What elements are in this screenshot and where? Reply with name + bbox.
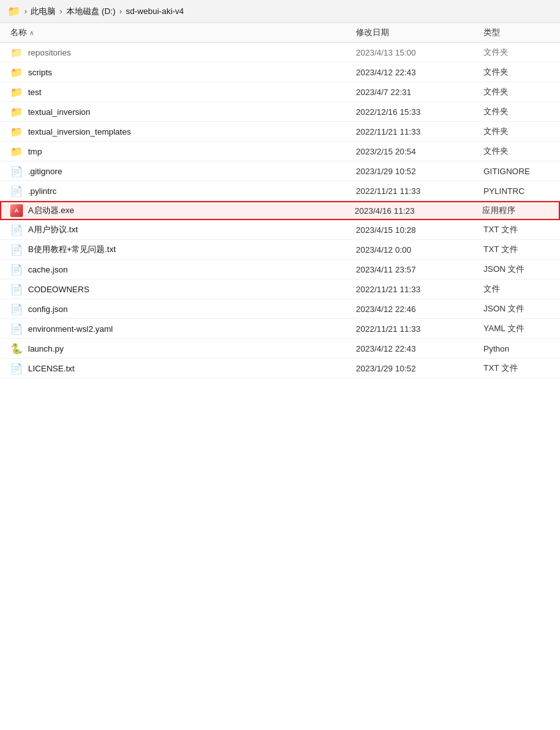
file-name-cell: 📄 LICENSE.txt	[10, 362, 356, 375]
file-name-cell: 📁 tmp	[10, 145, 356, 158]
table-row[interactable]: 📄 LICENSE.txt 2023/1/29 10:52 TXT 文件	[0, 359, 560, 378]
col-header-type[interactable]: 类型	[483, 27, 560, 38]
file-icon: 📄	[10, 184, 23, 197]
address-part-folder[interactable]: sd-webui-aki-v4	[126, 6, 184, 16]
table-row[interactable]: 📄 environment-wsl2.yaml 2022/11/21 11:33…	[0, 319, 560, 339]
table-row[interactable]: 📁 textual_inversion 2022/12/16 15:33 文件夹	[0, 102, 560, 122]
address-separator-2: ›	[59, 6, 62, 16]
folder-icon: 📁	[10, 86, 23, 98]
table-row[interactable]: 📄 config.json 2023/4/12 22:46 JSON 文件	[0, 299, 560, 319]
folder-icon: 📁	[10, 105, 23, 118]
file-name-cell: 📄 cache.json	[10, 263, 356, 276]
file-type: TXT 文件	[483, 244, 560, 255]
file-icon: 📄	[10, 243, 23, 256]
file-name: .gitignore	[28, 167, 62, 176]
file-date: 2023/4/12 22:43	[356, 344, 483, 354]
file-date: 2023/4/16 11:23	[355, 206, 482, 216]
file-date: 2022/11/21 11:33	[356, 324, 483, 334]
file-name-cell: 📁 test	[10, 86, 356, 98]
file-icon: 📄	[10, 223, 23, 236]
table-row[interactable]: 📁 scripts 2023/4/12 22:43 文件夹	[0, 63, 560, 82]
file-date: 2023/4/12 22:43	[356, 68, 483, 77]
file-name: .pylintrc	[28, 186, 57, 196]
file-type: JSON 文件	[483, 303, 560, 315]
table-row[interactable]: 📄 cache.json 2023/4/11 23:57 JSON 文件	[0, 260, 560, 279]
file-name-cell: 📄 config.json	[10, 302, 356, 315]
file-date: 2022/12/16 15:33	[356, 107, 483, 117]
file-name: environment-wsl2.yaml	[28, 324, 113, 334]
table-row[interactable]: A A启动器.exe 2023/4/16 11:23 应用程序	[0, 201, 560, 220]
file-name: test	[28, 87, 41, 97]
table-row[interactable]: 📄 A用户协议.txt 2023/4/15 10:28 TXT 文件	[0, 220, 560, 240]
file-name: tmp	[28, 147, 42, 156]
file-name-cell: 📁 scripts	[10, 66, 356, 78]
file-type: JSON 文件	[483, 264, 560, 275]
file-type: 应用程序	[482, 205, 559, 216]
file-name-cell: 📄 .pylintrc	[10, 184, 356, 197]
file-type: Python	[483, 344, 560, 354]
table-row[interactable]: 📁 textual_inversion_templates 2022/11/21…	[0, 122, 560, 142]
python-icon: 🐍	[10, 342, 23, 355]
address-part-pc[interactable]: 此电脑	[31, 6, 55, 17]
table-row[interactable]: 📄 .gitignore 2023/1/29 10:52 GITIGNORE	[0, 161, 560, 181]
file-date: 2023/1/29 10:52	[356, 167, 483, 176]
file-name-cell: 📁 textual_inversion	[10, 105, 356, 118]
file-icon: 📄	[10, 283, 23, 295]
file-type: 文件夹	[483, 66, 560, 78]
table-row[interactable]: 📄 B使用教程+常见问题.txt 2023/4/12 0:00 TXT 文件	[0, 240, 560, 260]
file-date: 2022/11/21 11:33	[356, 127, 483, 137]
file-date: 2023/4/15 10:28	[356, 225, 483, 235]
file-icon: 📄	[10, 302, 23, 315]
folder-icon: 📁	[10, 125, 23, 138]
file-name: textual_inversion	[28, 107, 91, 117]
file-date: 2023/4/7 22:31	[356, 87, 483, 97]
table-row[interactable]: 📄 .pylintrc 2022/11/21 11:33 PYLINTRC	[0, 181, 560, 201]
file-date: 2022/11/21 11:33	[356, 285, 483, 294]
file-name: config.json	[28, 304, 68, 314]
file-type: YAML 文件	[483, 323, 560, 334]
file-type: GITIGNORE	[483, 167, 560, 176]
file-icon: 📄	[10, 362, 23, 375]
file-icon: 📄	[10, 263, 23, 276]
file-type: TXT 文件	[483, 224, 560, 235]
file-type: 文件夹	[483, 126, 560, 137]
table-row[interactable]: 📁 tmp 2023/2/15 20:54 文件夹	[0, 142, 560, 161]
address-separator-1: ›	[24, 6, 27, 16]
file-type: TXT 文件	[483, 362, 560, 374]
file-name-cell: 📄 A用户协议.txt	[10, 223, 356, 236]
address-separator-3: ›	[119, 6, 122, 16]
file-type: 文件夹	[483, 106, 560, 117]
file-type: 文件夹	[483, 47, 560, 58]
table-row[interactable]: 🐍 launch.py 2023/4/12 22:43 Python	[0, 339, 560, 359]
file-type: PYLINTRC	[483, 186, 560, 196]
file-name: B使用教程+常见问题.txt	[28, 244, 116, 255]
file-name: scripts	[28, 68, 52, 77]
file-date: 2022/11/21 11:33	[356, 186, 483, 196]
file-icon: 📄	[10, 165, 23, 177]
file-name-cell: 📄 .gitignore	[10, 165, 356, 177]
file-name-cell: 📄 CODEOWNERS	[10, 283, 356, 295]
address-bar: 📁 › 此电脑 › 本地磁盘 (D:) › sd-webui-aki-v4	[0, 0, 560, 23]
file-name-cell: 📁 textual_inversion_templates	[10, 125, 356, 138]
file-name: launch.py	[28, 344, 64, 354]
file-name-cell: 📄 B使用教程+常见问题.txt	[10, 243, 356, 256]
sort-arrow-icon: ∧	[29, 29, 34, 36]
column-header: 名称 ∧ 修改日期 类型	[0, 23, 560, 43]
table-row[interactable]: 📄 CODEOWNERS 2022/11/21 11:33 文件	[0, 279, 560, 299]
col-header-date[interactable]: 修改日期	[356, 27, 483, 38]
file-name-cell: 🐍 launch.py	[10, 342, 356, 355]
file-name: A用户协议.txt	[28, 224, 78, 235]
file-date: 2023/2/15 20:54	[356, 147, 483, 156]
file-type: 文件	[483, 283, 560, 295]
file-name: A启动器.exe	[28, 205, 74, 216]
file-name: repositories	[28, 48, 71, 57]
file-name-cell: 📁 repositories	[10, 46, 356, 59]
file-name: LICENSE.txt	[28, 364, 75, 373]
address-part-drive[interactable]: 本地磁盘 (D:)	[66, 6, 115, 17]
file-name: textual_inversion_templates	[28, 127, 131, 137]
folder-icon: 📁	[8, 5, 20, 17]
file-list: 📁 repositories 2023/4/13 15:00 文件夹 📁 scr…	[0, 43, 560, 378]
col-header-name[interactable]: 名称 ∧	[10, 27, 356, 38]
table-row[interactable]: 📁 repositories 2023/4/13 15:00 文件夹	[0, 43, 560, 63]
table-row[interactable]: 📁 test 2023/4/7 22:31 文件夹	[0, 82, 560, 102]
